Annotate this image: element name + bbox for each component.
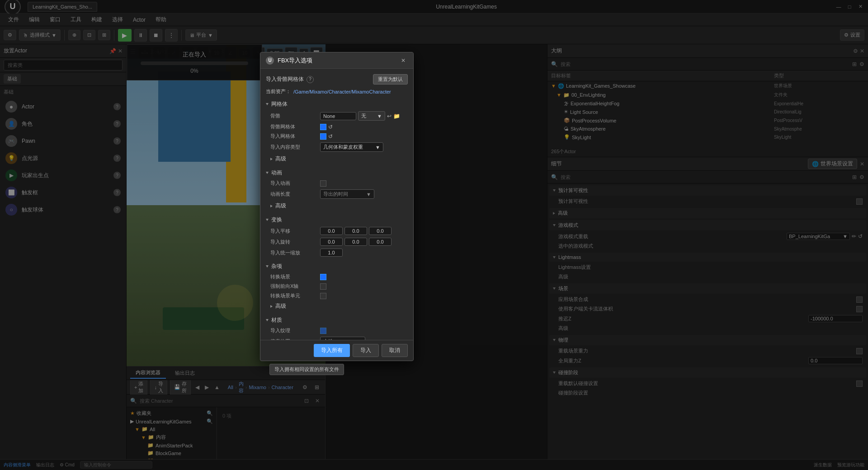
modal-force-front-row: 强制前向X轴 <box>270 282 408 291</box>
modal-section-misc-label: 杂项 <box>271 263 282 270</box>
modal-subtitle-row: 导入骨骼网格体 ? 重置为默认 <box>266 74 408 85</box>
modal-anim-advanced[interactable]: 高级 <box>270 200 408 212</box>
modal-convert-scene-label: 转换场景 <box>270 273 320 280</box>
modal-import-rotate-label: 导入旋转 <box>270 239 320 245</box>
anim-adv-expand <box>270 205 273 207</box>
content-type-text: 几何体和蒙皮权重 <box>323 144 363 150</box>
ue-modal-logo: U <box>266 56 274 65</box>
fbx-modal: U FBX导入选项 ✕ 导入骨骼网格体 ? 重置为默认 当前资产： /Game/… <box>260 52 414 361</box>
modal-section-material-label: 材质 <box>271 316 282 324</box>
modal-section-material: 材质 导入纹理 搜索位置 本地 ▼ 材质导入法 <box>266 315 408 340</box>
modal-footer: 导入所有 导入 取消 导入拥有相同设置的所有文件 <box>260 340 413 361</box>
modal-rotate-z[interactable] <box>369 238 392 246</box>
content-type-icon: ▼ <box>375 145 380 150</box>
modal-skeleton-controls: None 无 ▼ ↩ 📁 <box>320 111 400 121</box>
modal-search-location-row: 搜索位置 本地 ▼ <box>270 335 408 340</box>
modal-convert-unit-checkbox[interactable] <box>320 293 326 299</box>
modal-import-texture-row: 导入纹理 <box>270 326 408 335</box>
modal-skeletal-controls: ↺ <box>320 124 333 130</box>
modal-skeleton-row: 骨骼 None 无 ▼ ↩ 📁 <box>270 110 408 122</box>
modal-import-texture-label: 导入纹理 <box>270 327 320 334</box>
modal-skeleton-value[interactable]: 无 ▼ <box>358 111 385 121</box>
modal-search-location-select[interactable]: 本地 ▼ <box>320 337 365 340</box>
anim-length-icon: ▼ <box>366 192 371 197</box>
modal-import-rotate-row: 导入旋转 <box>270 236 408 247</box>
modal-title: U FBX导入选项 <box>266 56 312 65</box>
transform-expand-icon <box>266 219 269 221</box>
modal-body: 导入骨骼网格体 ? 重置为默认 当前资产： /Game/Mixamo/Chara… <box>260 69 413 340</box>
modal-convert-unit-row: 转换场景单元 <box>270 291 408 301</box>
modal-import-mesh-row: 导入网格体 ↺ <box>270 132 408 141</box>
import-all-button[interactable]: 导入所有 <box>314 344 350 357</box>
modal-import-translate-label: 导入平移 <box>270 228 320 235</box>
modal-import-mesh-label: 导入网格体 <box>270 133 320 140</box>
modal-translate-nums <box>320 227 392 235</box>
modal-import-scale-label: 导入统一缩放 <box>270 249 320 256</box>
anim-expand-icon <box>266 172 269 174</box>
modal-skeleton-browse-btn[interactable]: 📁 <box>393 113 400 119</box>
anim-length-text: 导出的时间 <box>323 191 348 197</box>
modal-misc-body: 转换场景 强制前向X轴 转换场景单元 高级 <box>266 272 408 312</box>
modal-anim-length-label: 动画长度 <box>270 191 320 197</box>
misc-expand-icon <box>266 265 269 268</box>
modal-section-mesh-header[interactable]: 网格体 <box>266 99 408 110</box>
modal-import-mesh-checkbox[interactable] <box>320 133 326 140</box>
modal-import-scale-row: 导入统一缩放 <box>270 247 408 258</box>
modal-rotate-y[interactable] <box>344 238 367 246</box>
modal-mesh-advanced[interactable]: 高级 <box>270 153 408 164</box>
material-expand-icon <box>266 319 269 321</box>
modal-scale-value[interactable] <box>320 249 343 257</box>
modal-transform-body: 导入平移 导入旋转 <box>266 226 408 258</box>
modal-section-material-header[interactable]: 材质 <box>266 315 408 326</box>
modal-section-transform: 变换 导入平移 导入旋转 <box>266 214 408 258</box>
modal-anim-length-row: 动画长度 导出的时间 ▼ <box>270 188 408 200</box>
modal-import-texture-checkbox[interactable] <box>320 328 326 334</box>
modal-overlay: U FBX导入选项 ✕ 导入骨骼网格体 ? 重置为默认 当前资产： /Game/… <box>0 0 868 470</box>
modal-section-animation: 动画 导入动画 动画长度 导出的时间 ▼ <box>266 167 408 212</box>
modal-skeletal-reset-btn[interactable]: ↺ <box>328 124 333 130</box>
modal-skeletal-label: 骨骼网格体 <box>270 123 320 130</box>
modal-section-transform-header[interactable]: 变换 <box>266 214 408 226</box>
modal-mesh-body: 骨骼 None 无 ▼ ↩ 📁 骨骼网格体 <box>266 110 408 164</box>
modal-skeleton-none[interactable]: None <box>320 112 356 120</box>
modal-section-transform-label: 变换 <box>271 216 282 224</box>
modal-misc-adv-label: 高级 <box>275 302 286 310</box>
modal-import-anim-checkbox[interactable] <box>320 180 326 187</box>
modal-skeleton-label: 骨骼 <box>270 113 320 119</box>
modal-section-mesh: 网格体 骨骼 None 无 ▼ ↩ 📁 <box>266 99 408 164</box>
modal-rotate-x[interactable] <box>320 238 343 246</box>
modal-content-type-row: 导入内容类型 几何体和蒙皮权重 ▼ <box>270 141 408 153</box>
modal-skeletal-checkbox[interactable] <box>320 124 326 130</box>
modal-reset-btn[interactable]: 重置为默认 <box>373 74 408 85</box>
modal-import-mesh-controls: ↺ <box>320 133 333 140</box>
import-button[interactable]: 导入 <box>353 344 379 357</box>
modal-force-front-label: 强制前向X轴 <box>270 283 320 290</box>
modal-mesh-adv-label: 高级 <box>275 155 286 163</box>
modal-translate-y[interactable] <box>344 227 367 235</box>
modal-path-row: 当前资产： /Game/Mixamo/Character/MixamoChara… <box>266 88 408 95</box>
cancel-button[interactable]: 取消 <box>382 344 408 357</box>
modal-material-body: 导入纹理 搜索位置 本地 ▼ 材质导入法 新建材质 <box>266 326 408 340</box>
modal-content-type-select[interactable]: 几何体和蒙皮权重 ▼ <box>320 142 383 152</box>
modal-import-translate-row: 导入平移 <box>270 226 408 236</box>
modal-path-label: 当前资产： <box>266 88 291 95</box>
modal-translate-z[interactable] <box>369 227 392 235</box>
modal-help-btn[interactable]: ? <box>307 76 314 83</box>
modal-import-mesh-reset-btn[interactable]: ↺ <box>328 133 333 140</box>
skeleton-dropdown-icon: ▼ <box>377 113 382 119</box>
modal-section-anim-header[interactable]: 动画 <box>266 167 408 179</box>
modal-anim-length-select[interactable]: 导出的时间 ▼ <box>320 189 374 199</box>
modal-translate-x[interactable] <box>320 227 343 235</box>
misc-adv-expand <box>270 305 273 308</box>
modal-misc-advanced[interactable]: 高级 <box>270 301 408 312</box>
modal-import-anim-row: 导入动画 <box>270 179 408 188</box>
modal-force-front-checkbox[interactable] <box>320 283 326 290</box>
modal-path-value: /Game/Mixamo/Character/MixamoCharacter <box>293 89 391 94</box>
modal-skeleton-import-btn[interactable]: ↩ <box>387 113 392 119</box>
modal-section-anim-label: 动画 <box>271 169 282 177</box>
modal-section-misc-header[interactable]: 杂项 <box>266 261 408 272</box>
modal-section-mesh-label: 网格体 <box>271 100 288 108</box>
modal-convert-scene-checkbox[interactable] <box>320 274 326 280</box>
modal-close-btn[interactable]: ✕ <box>399 56 408 65</box>
modal-import-anim-label: 导入动画 <box>270 180 320 187</box>
